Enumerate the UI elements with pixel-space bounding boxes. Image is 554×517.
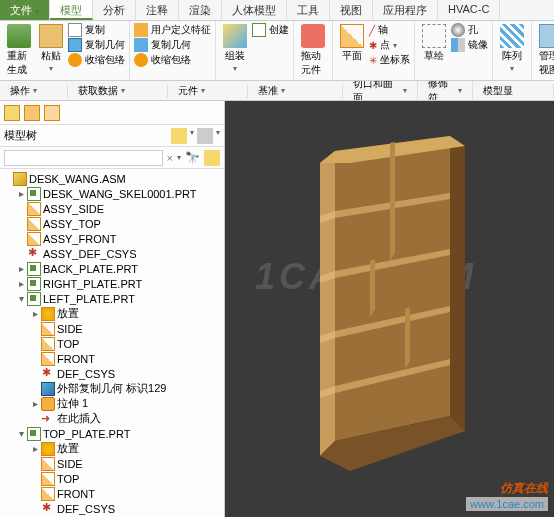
chevron-down-icon[interactable]: ▾ [190, 128, 194, 144]
toggle-icon[interactable]: ▾ [16, 428, 27, 439]
favorites-tab-icon[interactable] [44, 105, 60, 121]
toggle-icon[interactable]: ▸ [16, 278, 27, 289]
node-label: TOP_PLATE.PRT [43, 428, 130, 440]
tree-node[interactable]: FRONT [2, 486, 222, 501]
tree-node[interactable]: 在此插入 [2, 411, 222, 426]
tree-node[interactable]: ▸放置 [2, 441, 222, 456]
group-label-modeldisplay[interactable]: 模型显 [473, 84, 554, 98]
hole-button[interactable]: 孔 [451, 23, 488, 37]
clear-icon[interactable]: × [167, 152, 173, 164]
toggle-icon[interactable]: ▸ [30, 443, 41, 454]
tree-node[interactable]: FRONT [2, 351, 222, 366]
toggle-icon[interactable]: ▸ [16, 263, 27, 274]
pattern-button[interactable]: 阵列▾ [497, 23, 527, 74]
group-label-operation[interactable]: 操作 ▾ [0, 84, 68, 98]
tab-hvac[interactable]: HVAC-C [438, 0, 500, 20]
chevron-down-icon[interactable]: ▾ [216, 128, 220, 144]
tree-node[interactable]: DEF_CSYS [2, 366, 222, 381]
sidebar-search-row: × ▾ 🔭 [0, 147, 224, 169]
shrinkwrap-button-2[interactable]: 收缩包络 [134, 53, 211, 67]
regenerate-button[interactable]: 重新生成▾ [4, 23, 34, 81]
svg-marker-11 [370, 259, 375, 317]
plane-button[interactable]: 平面 [337, 23, 367, 64]
tab-model[interactable]: 模型 [50, 0, 93, 20]
create-button[interactable]: 创建 [252, 23, 289, 37]
axis-button[interactable]: ╱轴 [369, 23, 410, 37]
group-label-getdata[interactable]: 获取数据 ▾ [68, 84, 168, 98]
toggle-icon[interactable]: ▸ [30, 398, 41, 409]
tree-filter-icon[interactable] [171, 128, 187, 144]
binoculars-icon[interactable]: 🔭 [185, 151, 200, 165]
model-tree[interactable]: DESK_WANG.ASM▸DESK_WANG_SKEL0001.PRTASSY… [0, 169, 224, 517]
toggle-icon[interactable]: ▸ [16, 188, 27, 199]
mirror-button[interactable]: 镜像 [451, 38, 488, 52]
tree-node[interactable]: ▸DESK_WANG_SKEL0001.PRT [2, 186, 222, 201]
node-label: DESK_WANG_SKEL0001.PRT [43, 188, 196, 200]
tree-node[interactable]: DEF_CSYS [2, 501, 222, 516]
tree-node[interactable]: DESK_WANG.ASM [2, 171, 222, 186]
tree-node[interactable]: ASSY_TOP [2, 216, 222, 231]
folder-tab-icon[interactable] [24, 105, 40, 121]
udf-button[interactable]: 用户定义特征 [134, 23, 211, 37]
tree-node[interactable]: ASSY_SIDE [2, 201, 222, 216]
toggle-icon[interactable]: ▸ [30, 308, 41, 319]
node-label: FRONT [57, 488, 95, 500]
group-label-component[interactable]: 元件 ▾ [168, 84, 248, 98]
tree-settings-icon[interactable] [197, 128, 213, 144]
tree-node[interactable]: TOP [2, 336, 222, 351]
tree-node[interactable]: ▸RIGHT_PLATE.PRT [2, 276, 222, 291]
tree-node[interactable]: ▾LEFT_PLATE.PRT [2, 291, 222, 306]
group-label-cut[interactable]: 切口和曲面 ▾ [343, 81, 418, 101]
shrinkwrap-button[interactable]: 收缩包络 [68, 53, 125, 67]
node-icon [41, 472, 55, 486]
tab-manikin[interactable]: 人体模型 [222, 0, 287, 20]
copy-geometry-button[interactable]: 复制几何 [68, 38, 125, 52]
tab-view[interactable]: 视图 [330, 0, 373, 20]
node-icon [27, 217, 41, 231]
viewport-3d[interactable]: 1CAE.COM [225, 101, 554, 517]
tree-tab-icon[interactable] [4, 105, 20, 121]
tree-node[interactable]: 外部复制几何 标识129 [2, 381, 222, 396]
tree-node[interactable]: TOP [2, 471, 222, 486]
csys-button[interactable]: ✳坐标系 [369, 53, 410, 67]
group-label-datum[interactable]: 基准 ▾ [248, 84, 343, 98]
point-button[interactable]: ✱点 ▾ [369, 38, 410, 52]
tree-node[interactable]: ASSY_FRONT [2, 231, 222, 246]
sketch-button[interactable]: 草绘 [419, 23, 449, 64]
assemble-button[interactable]: 组装▾ [220, 23, 250, 74]
node-label: RIGHT_PLATE.PRT [43, 278, 142, 290]
group-label-modifier[interactable]: 修饰符 ▾ [418, 81, 473, 101]
node-label: DESK_WANG.ASM [29, 173, 126, 185]
copy-geometry-button-2[interactable]: 复制几何 [134, 38, 211, 52]
tab-annotate[interactable]: 注释 [136, 0, 179, 20]
tree-node[interactable]: SIDE [2, 321, 222, 336]
bookshelf-model[interactable] [295, 131, 475, 471]
manage-views-button[interactable]: 管理视图 [536, 23, 554, 78]
node-label: FRONT [57, 353, 95, 365]
drag-component-button[interactable]: 拖动元件 [298, 23, 328, 78]
node-icon [27, 427, 41, 441]
tab-app[interactable]: 应用程序 [373, 0, 438, 20]
paste-button[interactable]: 粘贴▾ [36, 23, 66, 74]
tree-node[interactable]: ASSY_DEF_CSYS [2, 246, 222, 261]
node-icon [27, 232, 41, 246]
node-icon [27, 187, 41, 201]
copy-button[interactable]: 复制 [68, 23, 125, 37]
node-icon [41, 457, 55, 471]
tree-node[interactable]: SIDE [2, 456, 222, 471]
node-label: TOP [57, 338, 79, 350]
filter-icon[interactable] [204, 150, 220, 166]
tree-node[interactable]: ▸放置 [2, 306, 222, 321]
tab-analyze[interactable]: 分析 [93, 0, 136, 20]
ribbon: 重新生成▾ 粘贴▾ 复制 复制几何 收缩包络 用户定义特征 复制几何 收缩包络 … [0, 21, 554, 81]
tree-node[interactable]: ▸BACK_PLATE.PRT [2, 261, 222, 276]
tab-file[interactable]: 文件 ▾ [0, 0, 50, 20]
tree-node[interactable]: ▸拉伸 1 [2, 396, 222, 411]
tree-node[interactable]: ▾TOP_PLATE.PRT [2, 426, 222, 441]
search-input[interactable] [4, 150, 163, 166]
tab-render[interactable]: 渲染 [179, 0, 222, 20]
chevron-down-icon[interactable]: ▾ [177, 153, 181, 162]
tab-tool[interactable]: 工具 [287, 0, 330, 20]
toggle-icon[interactable]: ▾ [16, 293, 27, 304]
node-label: 在此插入 [57, 411, 101, 426]
